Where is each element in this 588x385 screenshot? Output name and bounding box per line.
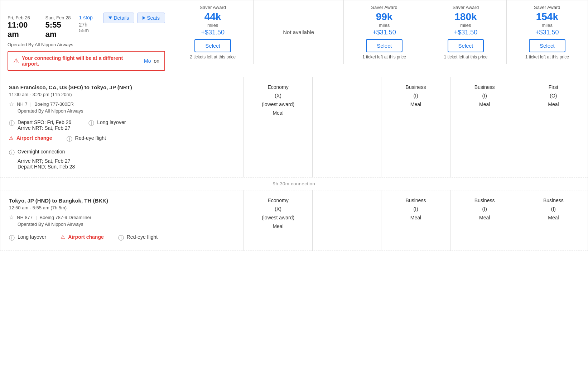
cabin-business1-code-1: (I) [413, 93, 418, 99]
overnight-depart: Depart HND; Sun, Feb 28 [18, 164, 235, 170]
overnight-title: Overnight connection [18, 149, 65, 155]
operated-by: Operated By All Nippon Airways [8, 42, 165, 47]
segment-1-route: San Francisco, CA, US (SFO) to Tokyo, JP… [9, 84, 235, 90]
segment-2-flight-number: NH 877 [17, 215, 33, 220]
segment-2-left: Tokyo, JP (HND) to Bangkok, TH (BKK) 12:… [0, 190, 244, 251]
cabin-economy-code-1: (X) [275, 93, 281, 99]
airport-change-label-1: Airport change [16, 135, 52, 141]
cabin-economy-1: Economy (X) (lowest award) Meal [244, 77, 313, 177]
miles-label-2: miles [379, 23, 390, 28]
segment-2-aircraft: Boeing 787-9 Dreamliner [39, 215, 91, 220]
cash-3: +$31.50 [454, 29, 478, 36]
price-columns-area: Saver Award 44k miles +$31.50 Select 2 t… [172, 0, 588, 64]
miles-1: 44k [204, 11, 221, 23]
seats-button[interactable]: Seats [137, 13, 165, 23]
segment-1-aircraft: Boeing 777-300ER [34, 101, 74, 107]
info-icon-redeye-1: ⓘ [67, 136, 72, 143]
cash-2: +$31.50 [372, 29, 396, 36]
miles-label-4: miles [542, 23, 553, 28]
segment-1-operated-by: Operated By All Nippon Airways [18, 108, 235, 114]
warning-text: Your connecting flight will be at a diff… [22, 55, 141, 67]
miles-label-3: miles [460, 23, 471, 28]
cabin-economy-name-2: Economy [268, 198, 288, 203]
cabin-business3-2: Business (I) Meal [519, 190, 588, 251]
select-button-1[interactable]: Select [194, 39, 231, 52]
cabin-first-code-1: (O) [550, 93, 557, 99]
segment-2-aircraft-row: ☆ NH 877 | Boeing 787-9 Dreamliner [9, 214, 235, 221]
price-col-business-99k: Saver Award 99k miles +$31.50 Select 1 t… [344, 0, 425, 64]
info-icon-redeye-2: ⓘ [118, 234, 124, 242]
cabin-economy-2: Economy (X) (lowest award) Meal [244, 190, 313, 251]
price-col-first-154k: Saver Award 154k miles +$31.50 Select 1 … [507, 0, 588, 64]
airport-change-row-2: ⚠ Airport change [61, 234, 104, 242]
cabin-economy-sub-1: (lowest award) [262, 101, 294, 107]
cabin-economy-meal-1: Meal [273, 110, 283, 116]
long-layover-label-2: Long layover [18, 234, 46, 240]
segment-2-route: Tokyo, JP (HND) to Bangkok, TH (BKK) [9, 198, 235, 204]
warning-icon: ⚠ [13, 57, 19, 65]
cabin-business2-code-2: (I) [482, 206, 487, 212]
cabin-business2-name-2: Business [474, 198, 495, 203]
red-eye-row-2: ⓘ Red-eye flight [118, 234, 158, 242]
award-type-3: Saver Award [453, 5, 479, 10]
segment-2-operated-by: Operated By All Nippon Airways [18, 222, 235, 227]
airport-change-row-1: ⚠ Airport change [9, 135, 52, 143]
duration: 27h 55m [79, 22, 98, 33]
cabin-business1-meal-2: Meal [410, 215, 421, 220]
depart-text: Depart SFO: Fri, Feb 26 [18, 119, 71, 125]
award-type-4: Saver Award [534, 5, 560, 10]
cabin-business1-name-1: Business [406, 84, 426, 90]
tickets-left-1: 2 tickets left at this price [190, 54, 236, 60]
segment-2-cabins: Economy (X) (lowest award) Meal Business… [244, 190, 588, 251]
cash-1: +$31.50 [201, 29, 225, 36]
segment-1-cabins: Economy (X) (lowest award) Meal Business… [244, 77, 588, 177]
select-button-3[interactable]: Select [448, 39, 484, 52]
separator-2: | [35, 215, 37, 220]
overnight-details: Arrive NRT; Sat, Feb 27 Depart HND; Sun,… [18, 158, 235, 170]
not-available: Not available [254, 0, 343, 64]
tickets-left-2: 1 ticket left at this price [362, 54, 406, 60]
star-icon-2: ☆ [9, 214, 14, 221]
overnight-title-row: ⓘ Overnight connection [9, 149, 235, 157]
info-icon-layover-2: ⓘ [9, 234, 15, 242]
seats-icon [143, 16, 145, 20]
warning-continuation: on [154, 58, 159, 64]
miles-2: 99k [376, 11, 393, 23]
cabin-economy-name-1: Economy [268, 84, 288, 90]
arrive-time: 5:55 am [45, 20, 73, 39]
cabin-first-1: First (O) Meal [519, 77, 588, 177]
warnings-row-2: ⓘ Long layover ⚠ Airport change ⓘ Red-ey… [9, 234, 235, 243]
details-button[interactable]: Details [103, 13, 134, 23]
overnight-section: ⓘ Overnight connection Arrive NRT; Sat, … [9, 149, 235, 170]
connection-row: 9h 30m connection [0, 177, 588, 190]
segment-1-left: San Francisco, CA, US (SFO) to Tokyo, JP… [0, 77, 244, 177]
cabin-first-name-1: First [549, 84, 558, 90]
connection-label: 9h 30m connection [273, 181, 315, 186]
depart-info-row: ⓘ Depart SFO: Fri, Feb 26 Arrive NRT: Sa… [9, 119, 235, 131]
cash-4: +$31.50 [535, 29, 559, 36]
cabin-business2-meal-2: Meal [479, 215, 490, 220]
segment-1-flight-number: NH 7 [17, 101, 28, 107]
arrive-datetime: Sun, Feb 28 5:55 am [45, 15, 73, 39]
stops-link[interactable]: 1 stop [79, 15, 98, 20]
flight-header: Fri, Feb 26 11:00 am Sun, Feb 28 5:55 am… [0, 0, 588, 77]
warning-icon-ac-2: ⚠ [61, 234, 65, 240]
cabin-business3-name-2: Business [543, 198, 564, 203]
airport-warning-box: ⚠ Your connecting flight will be at a di… [8, 51, 165, 71]
cabin-business3-code-2: (I) [551, 206, 556, 212]
long-layover-label-1: Long layover [97, 119, 126, 125]
miles-label-1: miles [207, 23, 218, 28]
page-container: Fri, Feb 26 11:00 am Sun, Feb 28 5:55 am… [0, 0, 588, 251]
segment-1-depart-arrive: ⓘ Depart SFO: Fri, Feb 26 Arrive NRT: Sa… [9, 119, 235, 131]
warning-more-link[interactable]: Mo [144, 58, 151, 64]
miles-3: 180k [454, 11, 477, 23]
flight-left-info: Fri, Feb 26 11:00 am Sun, Feb 28 5:55 am… [0, 0, 172, 77]
segment-1-time: 11:00 am - 3:20 pm (11h 20m) [9, 92, 235, 97]
price-col-economy-44k: Saver Award 44k miles +$31.50 Select 2 t… [172, 0, 254, 64]
flight-times-row: Fri, Feb 26 11:00 am Sun, Feb 28 5:55 am… [8, 6, 165, 39]
warning-icon-ac-1: ⚠ [9, 135, 14, 141]
select-button-4[interactable]: Select [529, 39, 565, 52]
arrive-date: Sun, Feb 28 [45, 15, 73, 20]
cabin-business2-code-1: (I) [482, 93, 487, 99]
select-button-2[interactable]: Select [366, 39, 403, 52]
